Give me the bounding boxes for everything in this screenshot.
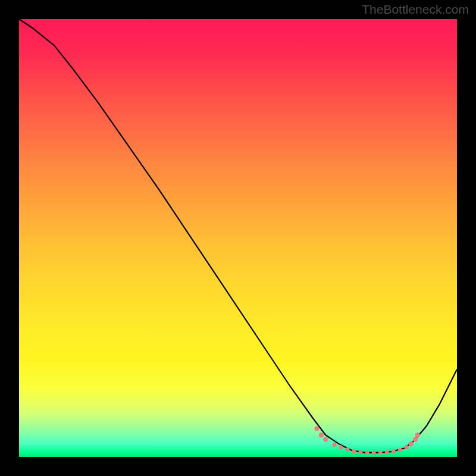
marker-point bbox=[409, 441, 414, 446]
marker-point bbox=[415, 433, 420, 437]
marker-point bbox=[413, 437, 418, 442]
marker-point bbox=[339, 445, 343, 449]
marker-point bbox=[372, 450, 376, 455]
marker-point bbox=[332, 443, 336, 447]
marker-point bbox=[359, 450, 363, 454]
marker-point bbox=[378, 450, 383, 455]
marker-point bbox=[319, 433, 324, 437]
watermark-text: TheBottleneck.com bbox=[362, 2, 469, 17]
marker-cluster bbox=[314, 426, 419, 455]
marker-point bbox=[323, 437, 328, 442]
curve-line bbox=[19, 19, 457, 453]
marker-point bbox=[365, 450, 369, 455]
marker-point bbox=[345, 447, 349, 452]
plot-area bbox=[19, 19, 457, 457]
marker-point bbox=[352, 449, 356, 453]
marker-point bbox=[385, 450, 389, 454]
chart-svg bbox=[19, 19, 457, 457]
marker-point bbox=[398, 448, 402, 452]
marker-point bbox=[392, 449, 396, 453]
marker-point bbox=[405, 445, 409, 449]
marker-point bbox=[314, 426, 319, 431]
